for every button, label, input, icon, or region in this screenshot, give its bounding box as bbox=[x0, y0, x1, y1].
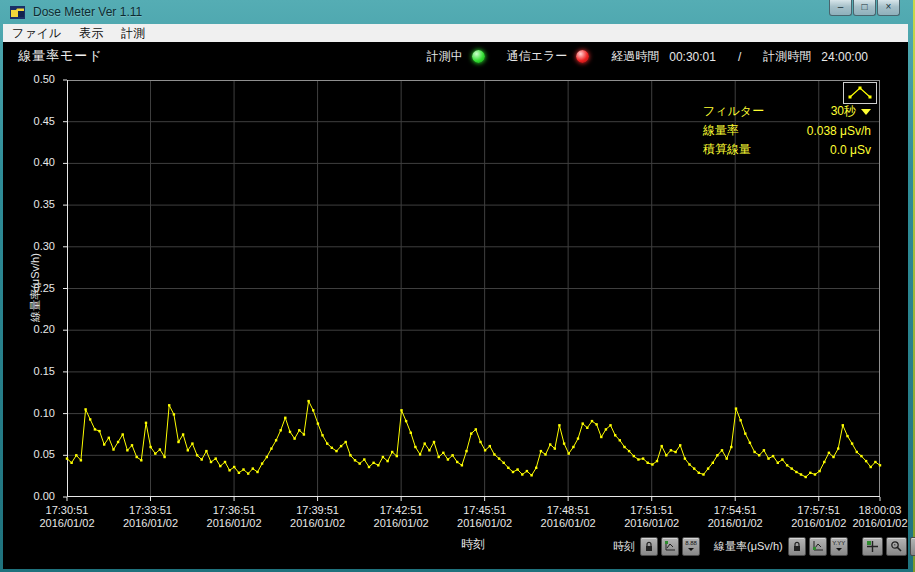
filter-label: フィルター bbox=[703, 103, 764, 120]
dose-rate-row: 線量率 0.038 μSv/h bbox=[703, 121, 871, 140]
menu-file[interactable]: ファイル bbox=[3, 24, 70, 43]
time-format-button[interactable]: 8.88 bbox=[682, 537, 700, 556]
zoom-tool-button[interactable] bbox=[886, 537, 907, 556]
status-row: 計測中 通信エラー 経過時間 00:30:01 / 計測時間 24:00:00 bbox=[427, 48, 868, 65]
x-tick-label: 17:33:512016/01/02 bbox=[110, 504, 190, 530]
menu-view[interactable]: 表示 bbox=[70, 24, 112, 43]
y-tick-label: 0.35 bbox=[34, 198, 55, 210]
window-title: Dose Meter Ver 1.11 bbox=[33, 5, 142, 19]
rate-format-text: Y.YY bbox=[832, 540, 845, 546]
cumulative-dose-label: 積算線量 bbox=[703, 141, 751, 158]
cumulative-dose-row: 積算線量 0.0 μSv bbox=[703, 140, 871, 159]
x-tick-labels: 17:30:512016/01/0217:33:512016/01/0217:3… bbox=[67, 504, 880, 532]
pan-tool-button[interactable] bbox=[910, 537, 915, 556]
comm-error-label: 通信エラー bbox=[507, 48, 568, 65]
x-tick-label: 17:36:512016/01/02 bbox=[194, 504, 274, 530]
rate-autoscale-button[interactable] bbox=[809, 537, 827, 556]
client-area: 線量率モード 計測中 通信エラー 経過時間 00:30:01 / 計測時間 24… bbox=[3, 42, 908, 569]
elapsed-label: 経過時間 bbox=[611, 48, 659, 65]
cursor-tool-button[interactable] bbox=[862, 537, 883, 556]
y-axis-title: 線量率(μSv/h) bbox=[28, 238, 43, 338]
menubar: ファイル 表示 計測 bbox=[3, 24, 908, 42]
y-tick-label: 0.15 bbox=[34, 365, 55, 377]
filter-value[interactable]: 30秒 bbox=[831, 103, 871, 120]
magnifier-icon bbox=[890, 540, 903, 553]
time-autoscale-button[interactable] bbox=[661, 537, 679, 556]
graph-toolbar: 時刻 8.88 線量率(μSv/h) bbox=[613, 536, 915, 556]
y-tick-label: 0.10 bbox=[34, 407, 55, 419]
x-tick-label: 17:45:512016/01/02 bbox=[445, 504, 525, 530]
lock-icon bbox=[644, 541, 654, 552]
y-tick-label: 0.05 bbox=[34, 448, 55, 460]
dropdown-arrow-icon bbox=[861, 109, 871, 115]
x-axis-title: 時刻 bbox=[433, 536, 513, 553]
comm-error-led-icon bbox=[576, 50, 589, 63]
line-style-icon bbox=[847, 85, 873, 101]
x-tick-label: 17:51:512016/01/02 bbox=[612, 504, 692, 530]
rate-scale-label: 線量率(μSv/h) bbox=[714, 539, 783, 554]
y-tick-label: 0.00 bbox=[34, 490, 55, 502]
line-style-button[interactable] bbox=[843, 82, 877, 104]
app-icon bbox=[10, 6, 25, 19]
mode-title: 線量率モード bbox=[18, 47, 103, 65]
x-tick-label: 17:48:512016/01/02 bbox=[528, 504, 608, 530]
x-tick-label: 17:42:512016/01/02 bbox=[361, 504, 441, 530]
measuring-label: 計測中 bbox=[427, 48, 463, 65]
autoscale-x-icon bbox=[664, 540, 676, 552]
titlebar[interactable]: Dose Meter Ver 1.11 – □ × bbox=[3, 0, 908, 24]
rate-format-button[interactable]: Y.YY bbox=[830, 537, 848, 556]
autoscale-y-icon bbox=[812, 540, 824, 552]
x-tick-label: 17:39:512016/01/02 bbox=[278, 504, 358, 530]
time-scale-label: 時刻 bbox=[613, 539, 635, 554]
measuring-led-icon bbox=[472, 50, 485, 63]
readout-panel: フィルター 30秒 線量率 0.038 μSv/h 積算線量 0.0 μSv bbox=[703, 102, 871, 159]
y-tick-label: 0.50 bbox=[34, 73, 55, 85]
x-tick-label: 17:54:512016/01/02 bbox=[695, 504, 775, 530]
maximize-button[interactable]: □ bbox=[853, 0, 876, 16]
time-format-text: 8.88 bbox=[685, 540, 697, 546]
app-window: Dose Meter Ver 1.11 – □ × ファイル 表示 計測 線量率… bbox=[0, 0, 915, 572]
x-tick-label: 18:00:032016/01/02 bbox=[840, 504, 915, 530]
y-tick-label: 0.45 bbox=[34, 115, 55, 127]
lock-icon bbox=[792, 541, 802, 552]
dose-rate-value: 0.038 μSv/h bbox=[807, 124, 871, 138]
close-button[interactable]: × bbox=[877, 0, 900, 16]
elapsed-value: 00:30:01 bbox=[669, 50, 716, 64]
cumulative-dose-value: 0.0 μSv bbox=[830, 143, 871, 157]
y-tick-label: 0.40 bbox=[34, 156, 55, 168]
minimize-button[interactable]: – bbox=[829, 0, 852, 16]
x-tick-label: 17:30:512016/01/02 bbox=[27, 504, 107, 530]
filter-row[interactable]: フィルター 30秒 bbox=[703, 102, 871, 121]
crosshair-icon bbox=[866, 540, 879, 553]
menu-measure[interactable]: 計測 bbox=[112, 24, 154, 43]
dose-rate-label: 線量率 bbox=[703, 122, 739, 139]
rate-scale-lock-button[interactable] bbox=[788, 537, 806, 556]
total-time-label: 計測時間 bbox=[763, 48, 811, 65]
format-dropdown-icon bbox=[688, 548, 694, 551]
format-dropdown-icon bbox=[836, 548, 842, 551]
time-separator: / bbox=[738, 50, 741, 64]
total-time-value: 24:00:00 bbox=[821, 50, 868, 64]
time-scale-lock-button[interactable] bbox=[640, 537, 658, 556]
